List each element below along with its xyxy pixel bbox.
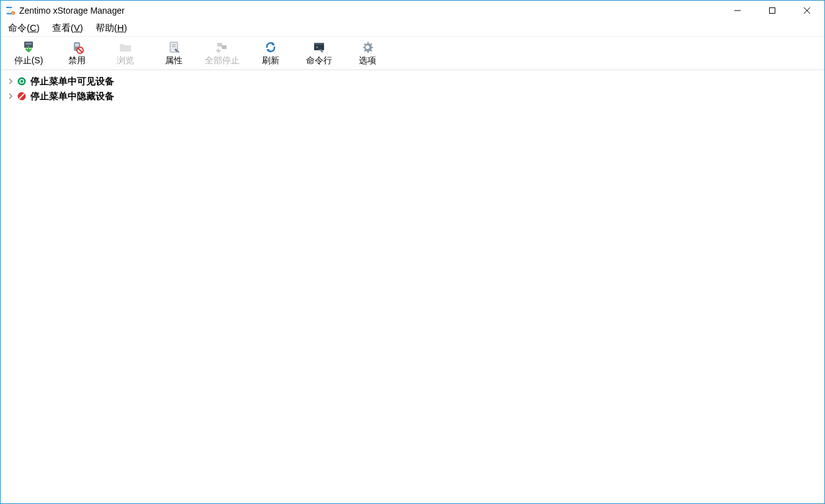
svg-rect-2 (770, 8, 775, 14)
refresh-label: 刷新 (262, 55, 279, 66)
gear-icon (361, 40, 374, 54)
properties-label: 属性 (165, 55, 183, 66)
svg-point-19 (366, 45, 369, 49)
disable-button[interactable]: 禁用 (53, 37, 101, 70)
titlebar: Zentimo xStorage Manager (1, 1, 824, 20)
svg-rect-15 (222, 45, 227, 49)
properties-button[interactable]: 属性 (150, 37, 198, 70)
menu-view[interactable]: 查看(V) (48, 21, 87, 35)
window-title: Zentimo xStorage Manager (19, 6, 720, 16)
hidden-status-icon (17, 91, 27, 101)
browse-button[interactable]: 浏览 (101, 37, 150, 70)
visible-devices-label: 停止菜单中可见设备 (30, 76, 114, 88)
hidden-devices-label: 停止菜单中隐藏设备 (30, 91, 114, 102)
stop-icon (22, 40, 35, 54)
tree-hidden-devices[interactable]: 停止菜单中隐藏设备 (7, 89, 818, 104)
refresh-button[interactable]: 刷新 (246, 37, 295, 70)
close-button[interactable] (790, 1, 824, 20)
maximize-button[interactable] (755, 1, 790, 20)
svg-rect-6 (25, 43, 32, 45)
svg-rect-14 (217, 43, 222, 47)
svg-point-20 (18, 78, 26, 86)
menu-help[interactable]: 帮助(H) (92, 21, 131, 35)
browse-label: 浏览 (117, 55, 134, 66)
svg-text:>_: >_ (316, 45, 321, 50)
disable-label: 禁用 (68, 55, 86, 66)
options-label: 选项 (359, 55, 376, 66)
disable-icon (70, 40, 84, 54)
chevron-right-icon (7, 92, 14, 100)
svg-rect-8 (75, 43, 79, 47)
content-area: 停止菜单中可见设备 停止菜单中隐藏设备 (1, 70, 824, 503)
stop-all-label: 全部停止 (205, 55, 240, 66)
options-button[interactable]: 选项 (343, 37, 392, 70)
stop-label: 停止(S) (14, 55, 43, 66)
visible-status-icon (17, 76, 27, 86)
menu-command[interactable]: 命令(C) (4, 21, 43, 35)
menubar: 命令(C) 查看(V) 帮助(H) (1, 20, 824, 37)
refresh-icon (264, 40, 277, 54)
stop-button[interactable]: 停止(S) (4, 37, 53, 70)
terminal-icon: >_ (312, 40, 326, 54)
chevron-right-icon (7, 78, 14, 85)
toolbar: 停止(S) 禁用 浏览 (1, 37, 824, 70)
cmdline-button[interactable]: >_ 命令行 (295, 37, 343, 70)
minimize-button[interactable] (720, 1, 755, 20)
main-window: Zentimo xStorage Manager 命令(C) 查看(V) 帮助(… (0, 0, 825, 504)
properties-icon (167, 40, 181, 54)
stop-all-icon (215, 40, 229, 54)
app-icon (4, 5, 16, 16)
stop-all-button[interactable]: 全部停止 (198, 37, 246, 70)
window-controls (720, 1, 824, 20)
cmdline-label: 命令行 (306, 55, 332, 66)
folder-icon (119, 40, 132, 54)
tree-visible-devices[interactable]: 停止菜单中可见设备 (7, 74, 818, 89)
